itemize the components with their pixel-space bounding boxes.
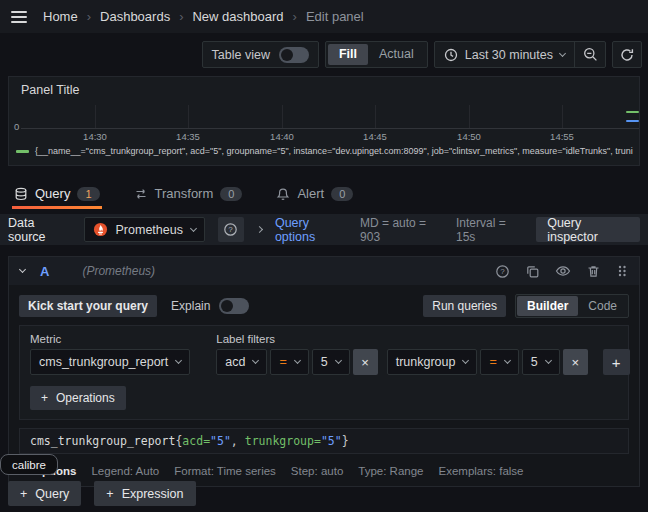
breadcrumb-new-dashboard[interactable]: New dashboard <box>192 9 283 24</box>
run-queries-button[interactable]: Run queries <box>423 295 506 317</box>
footer-actions: + Query + Expression <box>8 481 196 506</box>
query-options-link[interactable]: Query options <box>275 216 347 244</box>
filter-label-select[interactable]: trunkgroup <box>387 349 478 375</box>
metric-label: Metric <box>30 333 190 345</box>
hamburger-menu-icon[interactable] <box>11 11 27 23</box>
trash-icon[interactable] <box>586 264 601 279</box>
x-axis-tick: 14:45 <box>354 131 396 142</box>
label-filter-row: acd = 5 × <box>216 349 377 375</box>
preview-brace: } <box>342 434 349 448</box>
legend-label: {__name__="cms_trunkgroup_report", acd="… <box>35 146 633 156</box>
tab-query[interactable]: Query 1 <box>12 184 102 209</box>
drag-handle-icon[interactable] <box>616 264 628 278</box>
editor-tabs: Query 1 Transform 0 Alert 0 <box>12 184 355 209</box>
remove-filter-button[interactable]: × <box>563 349 588 375</box>
table-view-label: Table view <box>212 48 270 62</box>
chevron-down-icon <box>504 357 511 364</box>
help-circle-icon[interactable]: ? <box>495 264 510 279</box>
zoom-out-time-button[interactable] <box>575 42 605 67</box>
option-exemplars: Exemplars: false <box>439 465 524 477</box>
chevron-down-icon <box>252 357 259 364</box>
fill-button[interactable]: Fill <box>328 44 368 65</box>
filter-operator-select[interactable]: = <box>270 349 308 375</box>
eye-icon[interactable] <box>555 263 571 279</box>
breadcrumb-dashboards[interactable]: Dashboards <box>100 9 170 24</box>
filter-operator-select[interactable]: = <box>480 349 518 375</box>
duplicate-icon[interactable] <box>525 264 540 279</box>
filter-value-select[interactable]: 5 <box>312 349 350 375</box>
chevron-down-icon <box>545 357 552 364</box>
top-nav-bar: Home › Dashboards › New dashboard › Edit… <box>0 0 648 33</box>
breadcrumb-separator: › <box>179 9 183 24</box>
chevron-down-icon <box>462 357 469 364</box>
option-type: Type: Range <box>358 465 423 477</box>
breadcrumb: Home › Dashboards › New dashboard › Edit… <box>43 9 364 24</box>
datasource-picker[interactable]: Prometheus <box>84 217 205 242</box>
options-summary-row[interactable]: Options Legend: Auto Format: Time series… <box>19 465 629 477</box>
gridline <box>95 105 96 128</box>
chevron-down-icon <box>335 357 342 364</box>
x-axis-tick: 14:40 <box>261 131 303 142</box>
legend-item[interactable]: {__name__="cms_trunkgroup_report", acd="… <box>16 146 637 156</box>
code-mode-button[interactable]: Code <box>578 296 627 316</box>
chevron-down-icon <box>294 357 301 364</box>
legend-color-dash <box>16 150 29 153</box>
filter-label-value: trunkgroup <box>396 355 456 369</box>
tab-alert[interactable]: Alert 0 <box>274 184 355 209</box>
datasource-help-button[interactable]: ? <box>218 217 244 242</box>
breadcrumb-separator: › <box>293 9 297 24</box>
tab-transform[interactable]: Transform 0 <box>132 184 245 209</box>
filter-label-select[interactable]: acd <box>216 349 267 375</box>
add-expression-label: Expression <box>122 487 184 501</box>
tab-transform-count: 0 <box>220 187 242 201</box>
refresh-icon <box>620 48 634 62</box>
explain-toggle[interactable] <box>219 298 249 314</box>
add-query-button[interactable]: + Query <box>8 481 81 506</box>
chevron-down-icon <box>175 357 182 364</box>
filter-operator-value: = <box>279 355 286 369</box>
option-format: Format: Time series <box>174 465 276 477</box>
query-row-header[interactable]: A (Prometheus) ? <box>9 257 639 285</box>
svg-text:?: ? <box>229 225 234 234</box>
metric-select[interactable]: cms_trunkgroup_report <box>30 349 190 375</box>
query-inspector-button[interactable]: Query inspector <box>536 217 640 242</box>
filter-value-select[interactable]: 5 <box>522 349 560 375</box>
filter-value: 5 <box>321 355 328 369</box>
tab-query-label: Query <box>35 186 70 201</box>
preview-label: trunkgroup <box>245 434 314 448</box>
panel-editor-toolbar: Table view Fill Actual Last 30 minutes <box>202 41 642 68</box>
query-ref-id: A <box>40 264 49 279</box>
table-view-control[interactable]: Table view <box>202 41 319 68</box>
add-filter-button[interactable]: + <box>603 349 630 375</box>
panel-preview: Panel Title 0 14:30 14:35 14:40 14:45 14… <box>8 76 640 166</box>
panel-title[interactable]: Panel Title <box>21 83 79 97</box>
datasource-label: Data source <box>8 216 71 244</box>
actual-button[interactable]: Actual <box>368 44 425 65</box>
add-operations-button[interactable]: + Operations <box>30 386 126 410</box>
option-legend: Legend: Auto <box>91 465 159 477</box>
gridline <box>562 105 563 128</box>
option-step: Step: auto <box>291 465 343 477</box>
table-view-toggle[interactable] <box>279 47 309 63</box>
chevron-right-icon[interactable] <box>256 226 263 233</box>
kick-start-query-button[interactable]: Kick start your query <box>19 295 157 317</box>
preview-eq: = <box>314 434 321 448</box>
breadcrumb-home[interactable]: Home <box>43 9 78 24</box>
remove-filter-button[interactable]: × <box>353 349 378 375</box>
tab-alert-count: 0 <box>331 187 353 201</box>
magnifier-minus-icon <box>583 47 598 62</box>
add-expression-button[interactable]: + Expression <box>94 481 195 506</box>
refresh-button[interactable] <box>612 41 642 68</box>
time-range-label: Last 30 minutes <box>465 48 553 62</box>
collapse-chevron-icon[interactable] <box>19 266 26 273</box>
x-axis-tick: 14:35 <box>167 131 209 142</box>
query-editor-row: A (Prometheus) ? Kick start your query E… <box>8 256 640 487</box>
plus-icon: + <box>20 487 27 501</box>
query-builder-box: Metric cms_trunkgroup_report Label filte… <box>19 325 629 420</box>
builder-mode-button[interactable]: Builder <box>517 296 578 316</box>
chevron-down-icon <box>559 49 566 56</box>
x-axis-line <box>21 128 639 129</box>
preview-label: acd <box>182 434 203 448</box>
plus-icon: + <box>106 487 113 501</box>
time-range-picker[interactable]: Last 30 minutes <box>435 42 574 67</box>
